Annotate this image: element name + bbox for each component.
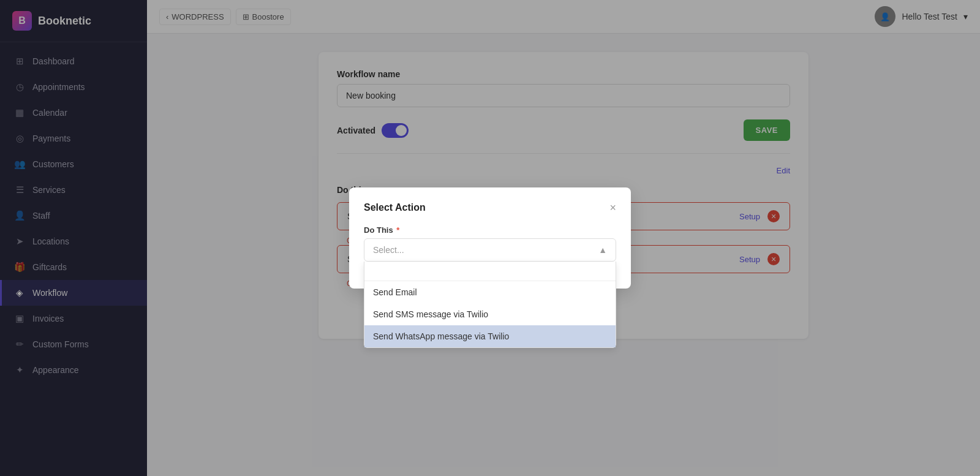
do-this-field-label: Do This * bbox=[364, 225, 616, 235]
action-select-wrapper: Select... ▲ Send EmailSend SMS message v… bbox=[364, 238, 616, 262]
select-placeholder: Select... bbox=[373, 245, 404, 255]
dropdown-search-input[interactable] bbox=[364, 262, 616, 281]
modal-title: Select Action bbox=[364, 202, 426, 213]
action-dropdown: Send EmailSend SMS message via TwilioSen… bbox=[364, 262, 616, 348]
modal-header: Select Action × bbox=[364, 202, 616, 213]
dropdown-options: Send EmailSend SMS message via TwilioSen… bbox=[364, 281, 616, 347]
required-marker: * bbox=[394, 225, 400, 235]
dropdown-option-send-sms[interactable]: Send SMS message via Twilio bbox=[364, 303, 616, 325]
dropdown-option-send-whatsapp[interactable]: Send WhatsApp message via Twilio bbox=[364, 325, 616, 347]
chevron-up-icon: ▲ bbox=[598, 245, 607, 255]
dropdown-option-send-email[interactable]: Send Email bbox=[364, 281, 616, 303]
do-this-field: Do This * Select... ▲ Send EmailSend SMS… bbox=[364, 225, 616, 262]
action-select-trigger[interactable]: Select... ▲ bbox=[364, 238, 616, 262]
modal-close-button[interactable]: × bbox=[609, 202, 616, 213]
modal-overlay[interactable]: Select Action × Do This * Select... ▲ Se… bbox=[0, 0, 980, 476]
select-action-modal: Select Action × Do This * Select... ▲ Se… bbox=[349, 187, 631, 289]
